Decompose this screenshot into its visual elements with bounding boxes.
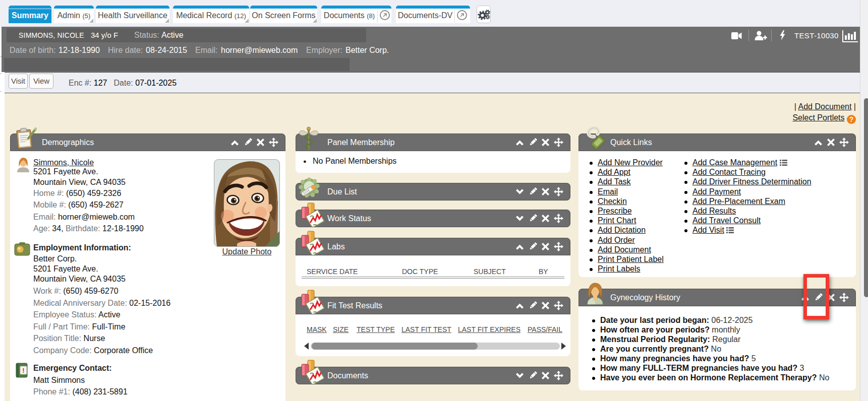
svg-text:!: ! [22, 367, 24, 374]
